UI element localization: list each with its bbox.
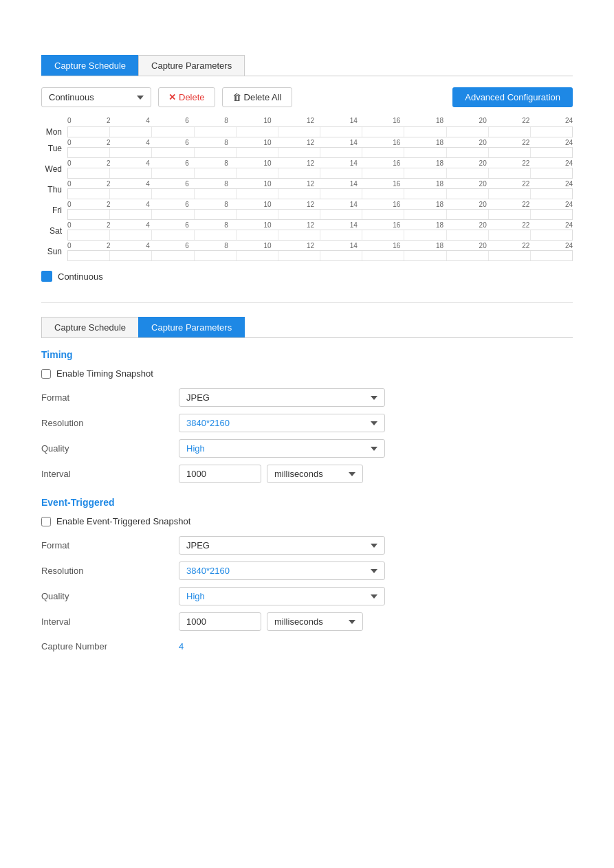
capture-number-value: 4 (179, 638, 184, 655)
schedule-row-tue: Tue 024681012141618202224 (41, 139, 573, 158)
tab-capture-schedule-2[interactable]: Capture Schedule (41, 317, 139, 337)
enable-event-row: Enable Event-Triggered Snapshot (41, 516, 573, 526)
timing-interval-row: Interval milliseconds (41, 465, 573, 483)
enable-timing-row: Enable Timing Snapshot (41, 368, 573, 379)
trash-icon: 🗑 (232, 92, 241, 102)
time-bar-tue[interactable] (67, 147, 573, 158)
continuous-select[interactable]: Continuous (41, 87, 151, 107)
timing-quality-label: Quality (41, 443, 179, 454)
delete-button[interactable]: ✕ Delete (158, 87, 215, 107)
tab-capture-schedule-1[interactable]: Capture Schedule (41, 55, 139, 76)
legend-continuous-label: Continuous (58, 271, 103, 282)
time-bar-thu[interactable] (67, 188, 573, 199)
timing-section-title: Timing (41, 349, 573, 360)
section-divider (41, 302, 573, 303)
timing-resolution-label: Resolution (41, 418, 179, 428)
day-label-tue: Tue (41, 144, 67, 153)
time-bar-sun[interactable] (67, 250, 573, 261)
enable-event-label: Enable Event-Triggered Snapshot (56, 516, 190, 526)
event-quality-row: Quality High (41, 587, 573, 605)
schedule-row-fri: Fri 024681012141618202224 (41, 201, 573, 220)
delete-all-button[interactable]: 🗑 Delete All (222, 87, 292, 107)
timing-resolution-row: Resolution 3840*2160 (41, 414, 573, 432)
enable-event-checkbox[interactable] (41, 517, 51, 526)
timing-interval-input[interactable] (179, 465, 261, 483)
time-bar-wed[interactable] (67, 168, 573, 179)
day-label-sun: Sun (41, 247, 67, 256)
event-format-label: Format (41, 540, 179, 550)
enable-timing-label: Enable Timing Snapshot (56, 368, 153, 379)
delete-x-icon: ✕ (168, 92, 176, 102)
timing-quality-select[interactable]: High (179, 439, 385, 458)
time-bar-fri[interactable] (67, 209, 573, 220)
timing-quality-row: Quality High (41, 439, 573, 458)
schedule-row-thu: Thu 024681012141618202224 (41, 180, 573, 199)
schedule-row-mon: Mon (41, 126, 573, 137)
legend-continuous-box (41, 271, 52, 282)
event-format-row: Format JPEG (41, 536, 573, 555)
schedule-grid: 0 2 4 6 8 10 12 14 16 18 20 22 24 Mon (41, 117, 573, 261)
tab-bar-2: Capture Schedule Capture Parameters (41, 317, 573, 338)
event-triggered-section: Event-Triggered Enable Event-Triggered S… (41, 497, 573, 655)
day-label-mon: Mon (41, 127, 67, 137)
timing-section: Timing Enable Timing Snapshot Format JPE… (41, 349, 573, 483)
legend: Continuous (41, 271, 573, 282)
capture-number-row: Capture Number 4 (41, 638, 573, 655)
toolbar: Continuous ✕ Delete 🗑 Delete All Advance… (41, 87, 573, 107)
panel-capture-parameters: Capture Schedule Capture Parameters Timi… (41, 317, 573, 655)
time-bar-mon[interactable] (67, 126, 573, 137)
day-label-fri: Fri (41, 205, 67, 215)
timing-format-select[interactable]: JPEG (179, 388, 385, 407)
advanced-config-button[interactable]: Advanced Configuration (452, 87, 573, 107)
enable-timing-checkbox[interactable] (41, 369, 51, 379)
schedule-row-sat: Sat 024681012141618202224 (41, 221, 573, 241)
event-resolution-select[interactable]: 3840*2160 (179, 561, 385, 580)
event-interval-input[interactable] (179, 612, 261, 631)
tab-bar-1: Capture Schedule Capture Parameters (41, 55, 573, 76)
time-numbers: 0 2 4 6 8 10 12 14 16 18 20 22 24 (67, 117, 573, 124)
panel-capture-schedule: Capture Schedule Capture Parameters Cont… (41, 55, 573, 282)
header-row: 0 2 4 6 8 10 12 14 16 18 20 22 24 (41, 117, 573, 125)
event-triggered-section-title: Event-Triggered (41, 497, 573, 508)
day-label-sat: Sat (41, 226, 67, 236)
event-interval-row: Interval milliseconds (41, 612, 573, 631)
time-bar-sat[interactable] (67, 230, 573, 241)
schedule-row-wed: Wed 024681012141618202224 (41, 159, 573, 179)
capture-number-label: Capture Number (41, 641, 179, 652)
tab-capture-parameters-2[interactable]: Capture Parameters (138, 317, 245, 337)
event-quality-label: Quality (41, 591, 179, 601)
event-format-select[interactable]: JPEG (179, 536, 385, 555)
event-interval-unit-select[interactable]: milliseconds (267, 612, 363, 631)
day-label-wed: Wed (41, 164, 67, 174)
day-label-thu: Thu (41, 185, 67, 194)
event-interval-label: Interval (41, 616, 179, 627)
event-resolution-label: Resolution (41, 566, 179, 576)
timing-interval-label: Interval (41, 469, 179, 479)
event-resolution-row: Resolution 3840*2160 (41, 561, 573, 580)
timing-format-label: Format (41, 392, 179, 403)
schedule-row-sun: Sun 024681012141618202224 (41, 242, 573, 261)
timing-resolution-select[interactable]: 3840*2160 (179, 414, 385, 432)
timing-format-row: Format JPEG (41, 388, 573, 407)
event-quality-select[interactable]: High (179, 587, 385, 605)
timing-interval-unit-select[interactable]: milliseconds (267, 465, 363, 483)
tab-capture-parameters-1[interactable]: Capture Parameters (138, 55, 245, 76)
